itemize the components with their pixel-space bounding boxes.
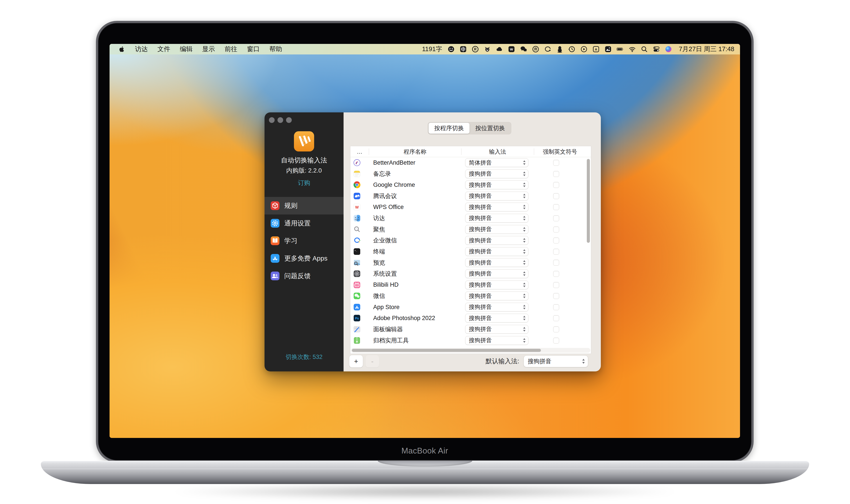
input-method-select[interactable]: 搜狗拼音: [465, 258, 528, 267]
default-input-select[interactable]: 搜狗拼音: [524, 355, 588, 367]
r-circle-icon[interactable]: R: [472, 46, 479, 53]
forced-english-checkbox[interactable]: [553, 315, 559, 321]
photos-icon[interactable]: [604, 46, 612, 53]
forced-english-checkbox[interactable]: [553, 249, 559, 255]
table-row[interactable]: 系统设置 搜狗拼音: [350, 268, 591, 280]
wecom-status-icon[interactable]: [544, 46, 551, 53]
forced-english-checkbox[interactable]: [553, 304, 559, 310]
input-method-select[interactable]: 搜狗拼音: [465, 303, 528, 311]
input-zhong-icon[interactable]: [459, 46, 467, 53]
remove-rule-button[interactable]: -: [365, 355, 379, 367]
forced-english-checkbox[interactable]: [553, 193, 559, 199]
tab[interactable]: 按位置切换: [470, 123, 511, 134]
forced-english-checkbox[interactable]: [553, 237, 559, 244]
sidebar-item[interactable]: 学习: [265, 232, 344, 250]
forced-english-checkbox[interactable]: [553, 215, 559, 221]
menu-item[interactable]: 帮助: [269, 45, 282, 54]
wifi-icon[interactable]: [629, 46, 636, 53]
table-row[interactable]: 微信 搜狗拼音: [350, 290, 591, 302]
input-method-select[interactable]: 搜狗拼音: [465, 169, 528, 178]
qq-icon[interactable]: [556, 46, 563, 53]
forced-english-checkbox[interactable]: [553, 227, 559, 232]
input-method-select[interactable]: 搜狗拼音: [465, 336, 528, 345]
input-method-select[interactable]: 搜狗拼音: [465, 214, 528, 222]
menu-item[interactable]: 编辑: [180, 45, 193, 54]
time-machine-icon[interactable]: [568, 46, 576, 53]
input-method-select[interactable]: 搜狗拼音: [465, 269, 528, 278]
word-count-status[interactable]: 1191字: [422, 45, 442, 54]
table-row[interactable]: Ps Adobe Photoshop 2022 搜狗拼音: [350, 312, 591, 324]
chevron-up-down-icon: [523, 216, 526, 221]
sidebar-item[interactable]: 问题反馈: [265, 267, 344, 285]
menu-item[interactable]: 显示: [202, 45, 215, 54]
input-method-select[interactable]: 搜狗拼音: [465, 247, 528, 256]
spotlight-status-icon[interactable]: [640, 46, 648, 53]
input-method-select[interactable]: 搜狗拼音: [465, 192, 528, 200]
table-row[interactable]: 备忘录 搜狗拼音: [350, 168, 591, 180]
table-row[interactable]: App Store 搜狗拼音: [350, 302, 591, 313]
table-row[interactable]: 面板编辑器 搜狗拼音: [350, 324, 591, 335]
sidebar-item[interactable]: 通用设置: [265, 214, 344, 232]
wps-status-icon[interactable]: W: [508, 46, 515, 53]
add-rule-button[interactable]: +: [349, 355, 363, 367]
table-row[interactable]: 腾讯会议 搜狗拼音: [350, 191, 591, 202]
apple-menu-icon[interactable]: [118, 46, 125, 53]
bull-icon[interactable]: [484, 46, 491, 53]
forced-english-checkbox[interactable]: [553, 160, 559, 166]
forced-english-checkbox[interactable]: [553, 326, 559, 332]
play-circle-icon[interactable]: [580, 46, 588, 53]
desktop-screen: 访达文件编辑显示前往窗口帮助 1191字 RWA 7月27日 周三 17:48: [110, 44, 740, 438]
forced-english-checkbox[interactable]: [553, 293, 559, 299]
horizontal-scrollbar-thumb[interactable]: [352, 349, 541, 352]
battery-icon[interactable]: [616, 46, 624, 53]
input-method-select[interactable]: 搜狗拼音: [465, 281, 528, 289]
table-row[interactable]: 预览 搜狗拼音: [350, 257, 591, 268]
forced-english-checkbox[interactable]: [553, 182, 559, 188]
horizontal-scrollbar-track[interactable]: [351, 348, 590, 353]
table-row[interactable]: W WPS Office 搜狗拼音: [350, 201, 591, 213]
subscribe-link[interactable]: 订购: [265, 179, 344, 187]
forced-english-checkbox[interactable]: [553, 171, 559, 177]
wechat-status-icon[interactable]: [520, 46, 527, 53]
input-method-select[interactable]: 简体拼音: [465, 158, 528, 167]
siri-icon[interactable]: [665, 46, 672, 53]
table-row[interactable]: 访达 搜狗拼音: [350, 213, 591, 224]
menu-item[interactable]: 窗口: [247, 45, 260, 54]
input-method-select[interactable]: 搜狗拼音: [465, 236, 528, 245]
sidebar-item[interactable]: 规则: [265, 197, 344, 214]
input-method-select[interactable]: 搜狗拼音: [465, 325, 528, 334]
menu-item[interactable]: 前往: [224, 45, 237, 54]
menu-bar-clock[interactable]: 7月27日 周三 17:48: [679, 45, 734, 54]
minimize-window-button[interactable]: [277, 117, 283, 123]
menu-item[interactable]: 访达: [135, 45, 148, 54]
input-method-select[interactable]: 搜狗拼音: [465, 225, 528, 234]
control-center-icon[interactable]: [653, 46, 660, 53]
input-a-icon[interactable]: A: [592, 46, 600, 53]
emoji-smiley-icon[interactable]: [447, 46, 455, 53]
forced-english-checkbox[interactable]: [553, 260, 559, 266]
table-row[interactable]: 聚焦 搜狗拼音: [350, 224, 591, 235]
sogou-icon[interactable]: [532, 46, 539, 53]
close-window-button[interactable]: [269, 117, 275, 123]
input-method-select[interactable]: 搜狗拼音: [465, 203, 528, 211]
column-header-options: …: [350, 146, 369, 157]
table-row[interactable]: Bilibili HD 搜狗拼音: [350, 280, 591, 291]
forced-english-checkbox[interactable]: [553, 271, 559, 277]
forced-english-checkbox[interactable]: [553, 204, 559, 210]
vertical-scrollbar[interactable]: [587, 159, 590, 243]
forced-english-checkbox[interactable]: [553, 282, 559, 288]
tab[interactable]: 按程序切换: [429, 123, 470, 134]
table-row[interactable]: 企业微信 搜狗拼音: [350, 235, 591, 246]
forced-english-checkbox[interactable]: [553, 338, 559, 344]
cloud-icon[interactable]: [496, 46, 503, 53]
zoom-window-button[interactable]: [286, 117, 292, 123]
table-row[interactable]: BetterAndBetter 简体拼音: [350, 157, 591, 168]
table-row[interactable]: 归档实用工具 搜狗拼音: [350, 335, 591, 346]
table-row[interactable]: Google Chrome 搜狗拼音: [350, 179, 591, 191]
sidebar-item[interactable]: 更多免费 Apps: [265, 250, 344, 267]
menu-item[interactable]: 文件: [157, 45, 170, 54]
table-row[interactable]: >_ 终端 搜狗拼音: [350, 246, 591, 257]
input-method-select[interactable]: 搜狗拼音: [465, 180, 528, 189]
input-method-select[interactable]: 搜狗拼音: [465, 291, 528, 300]
input-method-select[interactable]: 搜狗拼音: [465, 314, 528, 322]
